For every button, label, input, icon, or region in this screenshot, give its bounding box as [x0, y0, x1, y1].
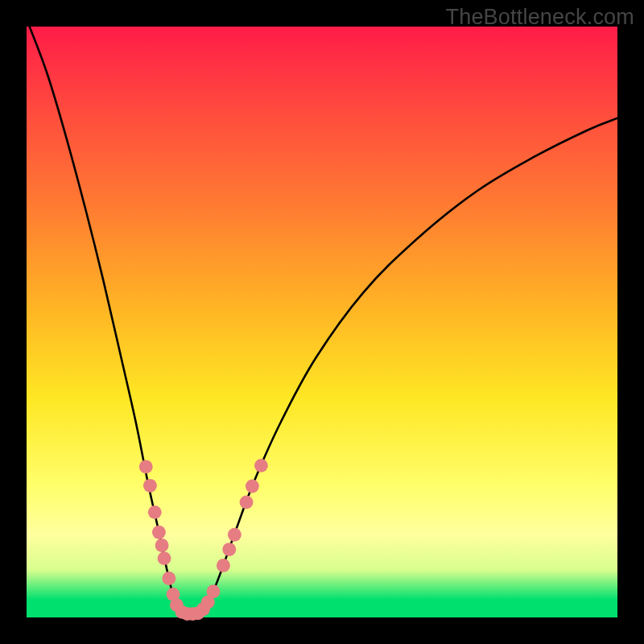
data-marker: [222, 543, 236, 556]
marker-group: [139, 459, 268, 621]
data-marker: [207, 584, 221, 598]
curve-right-branch: [201, 118, 617, 614]
plot-area: [27, 27, 617, 617]
data-marker: [217, 559, 230, 572]
watermark-text: TheBottleneck.com: [445, 5, 634, 30]
data-marker: [228, 528, 242, 542]
data-marker: [254, 459, 268, 473]
data-marker: [152, 526, 166, 539]
data-marker: [155, 539, 169, 552]
data-marker: [162, 572, 175, 585]
data-marker: [139, 460, 153, 473]
chart-frame: TheBottleneck.com: [0, 0, 644, 644]
chart-svg: [27, 27, 617, 617]
data-marker: [143, 479, 157, 493]
data-marker: [246, 480, 259, 493]
data-marker: [158, 551, 171, 565]
data-marker: [240, 495, 254, 509]
data-marker: [148, 506, 162, 519]
